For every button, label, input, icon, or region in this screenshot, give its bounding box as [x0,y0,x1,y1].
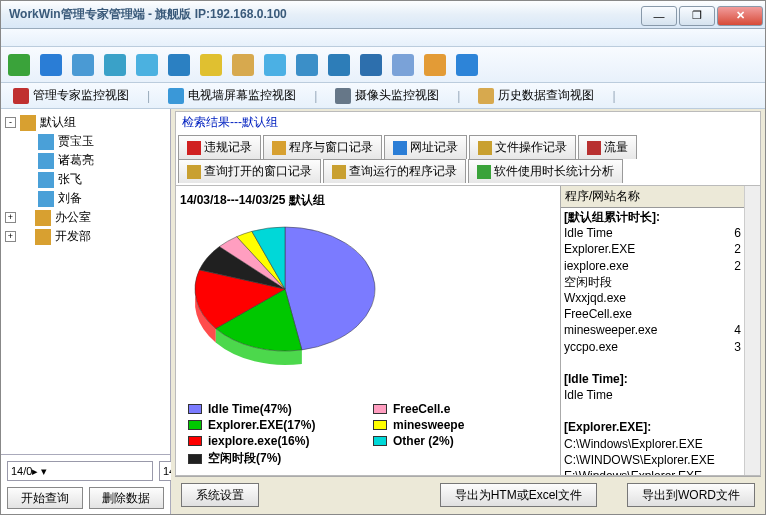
sidebar-query-panel: 开始查询 删除数据 [1,454,170,515]
monitor-icon [38,134,54,150]
tab-qprog[interactable]: 查询运行的程序记录 [323,159,466,183]
user-icon[interactable] [421,51,449,79]
main-toolbar [1,47,765,83]
tree-view[interactable]: - 默认组 贾宝玉诸葛亮张飞刘备 +办公室+开发部 [1,109,170,454]
expand-icon[interactable]: - [5,117,16,128]
export-excel-button[interactable]: 导出为HTM或Excel文件 [440,483,597,507]
list-item[interactable]: Wxxjqd.exe [564,290,741,306]
twoscreens-icon[interactable] [293,51,321,79]
list-item[interactable]: E:\Windows\Explorer.EXE [564,468,741,475]
tab-label: 电视墙屏幕监控视图 [188,87,296,104]
mail-icon[interactable] [229,51,257,79]
pcview-icon [104,54,126,76]
query-tabs: 查询打开的窗口记录查询运行的程序记录软件使用时长统计分析 [175,159,761,186]
legend-item: minesweepe [373,418,548,432]
tab-violation[interactable]: 违规记录 [178,135,261,159]
minimize-button[interactable]: — [641,6,677,26]
legend-item: iexplore.exe(16%) [188,434,363,448]
tab-manage-icon [13,88,29,104]
globe-icon[interactable] [37,51,65,79]
export-word-button[interactable]: 导出到WORD文件 [627,483,755,507]
tree-user[interactable]: 张飞 [23,170,166,189]
list-item[interactable]: yccpo.exe3 [564,339,741,355]
qwin-icon [187,165,201,179]
content-area: 检索结果---默认组 违规记录程序与窗口记录网址记录文件操作记录流量 查询打开的… [171,109,765,515]
grid-icon[interactable] [325,51,353,79]
list-item[interactable]: 空闲时段 [564,274,741,290]
tab-fileop[interactable]: 文件操作记录 [469,135,576,159]
grid-icon [328,54,350,76]
tree-root-label[interactable]: 默认组 [40,114,76,131]
title-bar: WorkWin管理专家管理端 - 旗舰版 IP:192.168.0.100 — … [1,1,765,29]
qprog-icon [332,165,346,179]
stats-list[interactable]: [默认组累计时长]:Idle Time6Explorer.EXE2iexplor… [561,208,744,475]
tab-progwin[interactable]: 程序与窗口记录 [263,135,382,159]
tab-tvwall-icon [168,88,184,104]
refresh-icon [264,54,286,76]
tree-user[interactable]: 刘备 [23,189,166,208]
head-icon[interactable] [389,51,417,79]
legend-item: 空闲时段(7%) [188,450,363,467]
search-result-line: 检索结果---默认组 [175,111,761,133]
monitor-icon [38,153,54,169]
tree-user[interactable]: 贾宝玉 [23,132,166,151]
settings-icon[interactable] [453,51,481,79]
date-from-input[interactable] [7,461,153,481]
pcview-icon[interactable] [101,51,129,79]
tree-group[interactable]: +开发部 [5,227,166,246]
app-icon [8,54,30,76]
pie-slice [285,227,375,350]
list-item[interactable]: Idle Time6 [564,225,741,241]
delete-data-button[interactable]: 删除数据 [89,487,165,509]
legend-item: Idle Time(47%) [188,402,363,416]
tree-group[interactable]: +办公室 [5,208,166,227]
legend-item: FreeCell.e [373,402,548,416]
cpu-icon [168,54,190,76]
mail-icon [232,54,254,76]
list-item[interactable]: C:\Windows\Explorer.EXE [564,436,741,452]
menu-bar [1,29,765,47]
list-header: 程序/网站名称 [565,188,640,205]
maximize-button[interactable]: ❐ [679,6,715,26]
tab-history-icon [478,88,494,104]
tab-tvwall[interactable]: 电视墙屏幕监控视图 [162,84,302,107]
tab-camera-icon [335,88,351,104]
tab-traffic[interactable]: 流量 [578,135,637,159]
legend-item: Other (2%) [373,434,548,448]
tab-camera[interactable]: 摄像头监控视图 [329,84,445,107]
screen-icon[interactable] [133,51,161,79]
traffic-icon [587,141,601,155]
list-item[interactable]: Idle Time [564,387,741,403]
cpu-icon[interactable] [165,51,193,79]
head-icon [392,54,414,76]
tab-manage[interactable]: 管理专家监控视图 [7,84,135,107]
fileop-icon [478,141,492,155]
list-scrollbar[interactable] [744,186,760,475]
tree-user[interactable]: 诸葛亮 [23,151,166,170]
list-item[interactable]: C:\WINDOWS\Explorer.EXE [564,452,741,468]
monitor-icon[interactable] [69,51,97,79]
tab-history[interactable]: 历史数据查询视图 [472,84,600,107]
monitor-icon [38,172,54,188]
progwin-icon [272,141,286,155]
tab-url[interactable]: 网址记录 [384,135,467,159]
app-icon[interactable] [5,51,33,79]
tab-qwin[interactable]: 查询打开的窗口记录 [178,159,321,183]
start-query-button[interactable]: 开始查询 [7,487,83,509]
tab-stats[interactable]: 软件使用时长统计分析 [468,159,623,183]
expand-icon[interactable]: + [5,231,16,242]
sidebar: - 默认组 贾宝玉诸葛亮张飞刘备 +办公室+开发部 开始查询 删除数据 [1,109,171,515]
list-item[interactable]: FreeCell.exe [564,306,741,322]
movie-icon [360,54,382,76]
group-icon [35,210,51,226]
system-settings-button[interactable]: 系统设置 [181,483,259,507]
movie-icon[interactable] [357,51,385,79]
close-button[interactable]: ✕ [717,6,763,26]
expand-icon[interactable]: + [5,212,16,223]
file-icon[interactable] [197,51,225,79]
list-item[interactable]: iexplore.exe2 [564,258,741,274]
list-item[interactable]: minesweeper.exe4 [564,322,741,338]
tab-label: 管理专家监控视图 [33,87,129,104]
refresh-icon[interactable] [261,51,289,79]
list-item[interactable]: Explorer.EXE2 [564,241,741,257]
